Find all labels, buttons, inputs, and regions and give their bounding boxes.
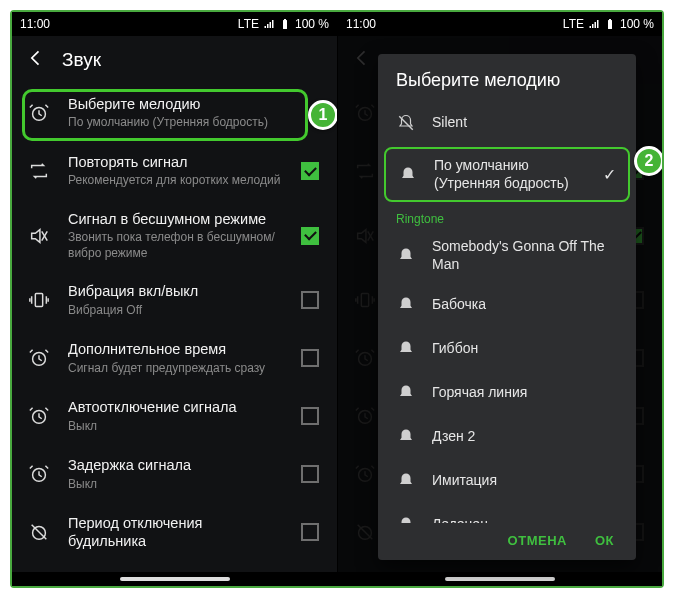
dialog-actions: ОТМЕНА ОК xyxy=(378,523,636,560)
title-bar: Звук xyxy=(12,36,337,84)
row-subtitle: Рекомендуется для коротких мелодий xyxy=(68,173,283,189)
back-icon[interactable] xyxy=(26,48,46,72)
status-time: 11:00 xyxy=(20,17,50,31)
status-battery: 100 % xyxy=(620,17,654,31)
row-title: Период отключения будильника xyxy=(68,514,283,550)
bell-icon xyxy=(396,428,416,446)
ringtone-label: Леденец xyxy=(432,516,618,523)
row-title: Задержка сигнала xyxy=(68,456,283,474)
bell-icon xyxy=(396,296,416,314)
ringtone-item-5[interactable]: Имитация xyxy=(378,459,636,503)
status-time: 11:00 xyxy=(346,17,376,31)
ringtone-item-4[interactable]: Дзен 2 xyxy=(378,415,636,459)
check-icon: ✓ xyxy=(603,165,616,184)
status-bar: 11:00 LTE 100 % xyxy=(338,12,662,36)
row-subtitle: Звонить пока телефон в бесшумном/вибро р… xyxy=(68,230,283,261)
ringtone-label: Гиббон xyxy=(432,340,618,358)
bell-icon xyxy=(396,472,416,490)
dialog-title: Выберите мелодию xyxy=(378,54,636,101)
row-title: Дополнительное время xyxy=(68,340,283,358)
ringtone-label: Somebody's Gonna Off The Man xyxy=(432,238,618,273)
row-title: Автоотключение сигнала xyxy=(68,398,283,416)
dialog-body: Silent По умолчанию (Утренняя бодрость) … xyxy=(378,101,636,523)
vibrate-icon xyxy=(24,289,54,311)
row-title: Повторять сигнал xyxy=(68,153,283,171)
bell-icon xyxy=(396,516,416,523)
ringtone-label: Silent xyxy=(432,114,618,132)
checkbox[interactable] xyxy=(301,407,319,425)
alarm-icon xyxy=(24,347,54,369)
ringtone-label: Дзен 2 xyxy=(432,428,618,446)
cancel-button[interactable]: ОТМЕНА xyxy=(508,533,567,548)
ringtone-item-3[interactable]: Горячая линия xyxy=(378,371,636,415)
signal-icon xyxy=(263,18,275,30)
settings-row-2[interactable]: Сигнал в бесшумном режимеЗвонить пока те… xyxy=(12,200,337,271)
bell-icon xyxy=(396,247,416,265)
settings-row-7[interactable]: Период отключения будильника xyxy=(12,503,337,561)
status-battery: 100 % xyxy=(295,17,329,31)
battery-icon xyxy=(279,18,291,30)
right-phone: 11:00 LTE 100 % Выберите мелодиюПо умолч… xyxy=(337,12,662,586)
bell-off-icon xyxy=(396,114,416,132)
battery-icon xyxy=(604,18,616,30)
settings-row-3[interactable]: Вибрация вкл/выклВибрация Off xyxy=(12,271,337,329)
row-subtitle: Сигнал будет предупреждать сразу xyxy=(68,361,283,377)
dialog-section-ringtone: Ringtone xyxy=(378,204,636,228)
checkbox[interactable] xyxy=(301,227,319,245)
row-subtitle: По умолчанию (Утренняя бодрость) xyxy=(68,115,283,131)
ringtone-item-6[interactable]: Леденец xyxy=(378,503,636,523)
checkbox[interactable] xyxy=(301,465,319,483)
signal-icon xyxy=(588,18,600,30)
noalarm-icon xyxy=(24,521,54,543)
checkbox[interactable] xyxy=(301,349,319,367)
ringtone-label: Горячая линия xyxy=(432,384,618,402)
row-subtitle: Выкл xyxy=(68,419,283,435)
settings-row-0[interactable]: Выберите мелодиюПо умолчанию (Утренняя б… xyxy=(12,84,337,142)
ok-button[interactable]: ОК xyxy=(595,533,614,548)
page-title: Звук xyxy=(62,49,101,71)
checkbox[interactable] xyxy=(301,162,319,180)
row-title: Вибрация вкл/выкл xyxy=(68,282,283,300)
checkbox[interactable] xyxy=(301,523,319,541)
repeat-icon xyxy=(24,160,54,182)
alarm-icon xyxy=(24,102,54,124)
alarm-icon xyxy=(24,405,54,427)
settings-row-4[interactable]: Дополнительное времяСигнал будет предупр… xyxy=(12,329,337,387)
ringtone-default[interactable]: По умолчанию (Утренняя бодрость) ✓ xyxy=(384,147,630,202)
row-subtitle: Вибрация Off xyxy=(68,303,283,319)
settings-row-6[interactable]: Задержка сигналаВыкл xyxy=(12,445,337,503)
ringtone-dialog: Выберите мелодию Silent По умолчанию (Ут… xyxy=(378,54,636,560)
left-phone: 11:00 LTE 100 % Звук Выберите мелодиюПо … xyxy=(12,12,337,586)
svg-rect-3 xyxy=(35,294,42,307)
ringtone-item-2[interactable]: Гиббон xyxy=(378,327,636,371)
settings-list: Выберите мелодиюПо умолчанию (Утренняя б… xyxy=(12,84,337,586)
nav-bar xyxy=(12,572,337,586)
ringtone-item-0[interactable]: Somebody's Gonna Off The Man xyxy=(378,228,636,283)
ringtone-label: По умолчанию (Утренняя бодрость) xyxy=(434,157,587,192)
ringtone-silent[interactable]: Silent xyxy=(378,101,636,145)
ringtone-item-1[interactable]: Бабочка xyxy=(378,283,636,327)
bell-icon xyxy=(398,166,418,184)
bell-icon xyxy=(396,340,416,358)
settings-row-5[interactable]: Автоотключение сигналаВыкл xyxy=(12,387,337,445)
status-net: LTE xyxy=(238,17,259,31)
settings-row-1[interactable]: Повторять сигналРекомендуется для коротк… xyxy=(12,142,337,200)
status-net: LTE xyxy=(563,17,584,31)
nav-bar xyxy=(338,572,662,586)
ringtone-label: Бабочка xyxy=(432,296,618,314)
mute-icon xyxy=(24,225,54,247)
bell-icon xyxy=(396,384,416,402)
status-bar: 11:00 LTE 100 % xyxy=(12,12,337,36)
checkbox[interactable] xyxy=(301,291,319,309)
alarm-icon xyxy=(24,463,54,485)
row-title: Выберите мелодию xyxy=(68,95,283,113)
row-subtitle: Выкл xyxy=(68,477,283,493)
ringtone-label: Имитация xyxy=(432,472,618,490)
row-title: Сигнал в бесшумном режиме xyxy=(68,210,283,228)
